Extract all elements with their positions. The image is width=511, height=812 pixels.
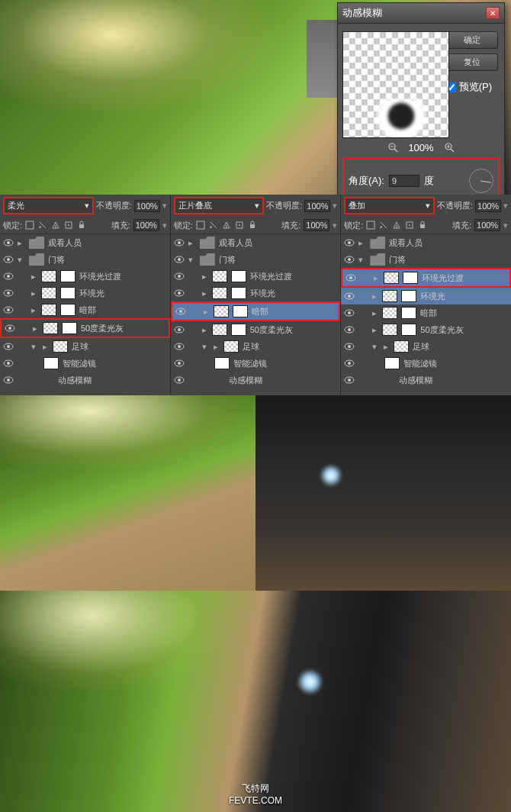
layer-row[interactable]: ▸观看人员 xyxy=(341,234,511,251)
layer-row[interactable]: ▸环境光 xyxy=(0,285,170,301)
close-icon[interactable]: ✕ xyxy=(486,7,500,19)
preview-checkbox-row[interactable]: 预览(P) xyxy=(446,80,492,94)
chevron-icon[interactable]: ▾ xyxy=(188,255,196,265)
layer-row[interactable]: 智能滤镜 xyxy=(341,355,511,372)
chevron-icon[interactable]: ▾ xyxy=(372,342,380,352)
layer-row[interactable]: ▸环境光过渡 xyxy=(341,268,511,288)
visibility-icon[interactable] xyxy=(3,341,14,352)
mask-thumb xyxy=(231,270,246,282)
layer-row[interactable]: ▸环境光过渡 xyxy=(171,268,341,285)
layer-row[interactable]: ▾门将 xyxy=(341,251,511,268)
ok-button[interactable]: 确定 xyxy=(446,31,498,49)
visibility-icon[interactable] xyxy=(3,358,14,369)
chevron-icon[interactable]: ▾ xyxy=(18,255,25,265)
svg-point-56 xyxy=(348,241,351,244)
layer-row[interactable]: 智能滤镜 xyxy=(0,355,170,372)
angle-dial[interactable] xyxy=(469,169,493,193)
visibility-icon[interactable] xyxy=(3,254,14,265)
visibility-icon[interactable] xyxy=(345,272,356,283)
layer-row[interactable]: ▸50度柔光灰 xyxy=(171,321,341,338)
chevron-icon[interactable]: ▸ xyxy=(18,238,25,248)
visibility-icon[interactable] xyxy=(3,271,14,282)
layer-row[interactable]: ▸环境光 xyxy=(171,285,341,301)
layer-row[interactable]: ▸环境光 xyxy=(341,288,511,304)
angle-label: 角度(A): xyxy=(349,174,384,188)
layer-row[interactable]: ▸暗部 xyxy=(341,304,511,321)
chevron-icon[interactable]: ▸ xyxy=(188,238,196,248)
visibility-icon[interactable] xyxy=(174,341,185,352)
layer-name: 环境光 xyxy=(420,291,508,302)
layer-row[interactable]: ▸环境光过渡 xyxy=(0,268,170,285)
layer-name: 环境光过渡 xyxy=(250,271,338,282)
layer-thumb xyxy=(212,287,227,299)
visibility-icon[interactable] xyxy=(3,375,14,385)
visibility-icon[interactable] xyxy=(3,304,14,315)
svg-point-44 xyxy=(178,328,181,331)
visibility-icon[interactable] xyxy=(344,254,355,265)
layer-row[interactable]: ▾▸足球 xyxy=(171,338,341,355)
layer-name: 观看人员 xyxy=(219,237,338,249)
opacity-input[interactable] xyxy=(475,200,501,212)
layer-row[interactable]: ▸观看人员 xyxy=(171,234,341,251)
chevron-icon[interactable]: ▾ xyxy=(31,342,39,352)
dialog-titlebar[interactable]: 动感模糊 ✕ xyxy=(338,3,504,24)
layer-row[interactable]: 智能滤镜 xyxy=(171,355,341,372)
visibility-icon[interactable] xyxy=(344,341,355,352)
reset-button[interactable]: 复位 xyxy=(446,53,498,71)
visibility-icon[interactable] xyxy=(344,375,355,385)
chevron-icon[interactable]: ▾ xyxy=(202,342,210,352)
visibility-icon[interactable] xyxy=(174,375,185,385)
zoom-in-icon[interactable] xyxy=(443,141,455,153)
layer-row[interactable]: 动感模糊 xyxy=(171,372,341,388)
layer-row[interactable]: ▸观看人员 xyxy=(0,234,170,251)
layer-row[interactable]: 动感模糊 xyxy=(0,372,170,388)
fill-input[interactable] xyxy=(304,219,329,231)
layer-row[interactable]: ▾门将 xyxy=(0,251,170,268)
blend-mode-select[interactable]: 柔光▾ xyxy=(3,197,94,214)
visibility-icon[interactable] xyxy=(174,237,185,248)
mask-thumb xyxy=(401,290,416,302)
layer-row[interactable]: ▸50度柔光灰 xyxy=(341,321,511,338)
layer-thumb xyxy=(212,270,227,282)
svg-point-42 xyxy=(179,310,182,313)
opacity-input[interactable] xyxy=(134,200,160,212)
layer-row[interactable]: ▾▸足球 xyxy=(0,338,170,355)
visibility-icon[interactable] xyxy=(3,237,14,248)
lock-icons[interactable] xyxy=(25,221,86,230)
zoom-out-icon[interactable] xyxy=(387,141,399,153)
visibility-icon[interactable] xyxy=(3,288,14,298)
visibility-icon[interactable] xyxy=(344,291,355,301)
blur-preview[interactable] xyxy=(342,31,449,138)
link-icon: ▸ xyxy=(372,292,378,301)
lock-icons[interactable] xyxy=(366,221,427,230)
angle-input[interactable] xyxy=(389,175,419,187)
layer-row[interactable]: ▸暗部 xyxy=(0,301,170,318)
fill-input[interactable] xyxy=(474,219,500,231)
layer-row[interactable]: ▾▸足球 xyxy=(341,338,511,355)
visibility-icon[interactable] xyxy=(174,254,185,265)
visibility-icon[interactable] xyxy=(175,306,186,317)
visibility-icon[interactable] xyxy=(344,237,355,248)
svg-point-18 xyxy=(7,292,10,295)
visibility-icon[interactable] xyxy=(5,323,15,334)
blend-mode-select[interactable]: 正片叠底▾ xyxy=(174,197,265,214)
fill-input[interactable] xyxy=(133,219,159,231)
chevron-icon[interactable]: ▸ xyxy=(358,238,366,248)
layer-row[interactable]: 动感模糊 xyxy=(341,372,511,388)
layer-row[interactable]: ▾门将 xyxy=(171,251,341,268)
layer-row[interactable]: ▸50度柔光灰 xyxy=(0,318,170,338)
lock-icons[interactable] xyxy=(196,221,257,230)
visibility-icon[interactable] xyxy=(174,271,185,282)
visibility-icon[interactable] xyxy=(344,324,355,335)
visibility-icon[interactable] xyxy=(174,288,185,298)
layer-thumb xyxy=(41,304,56,316)
visibility-icon[interactable] xyxy=(174,358,185,369)
visibility-icon[interactable] xyxy=(344,358,355,369)
layer-row[interactable]: ▸暗部 xyxy=(171,301,341,321)
blend-mode-select[interactable]: 叠加▾ xyxy=(344,197,435,214)
visibility-icon[interactable] xyxy=(174,324,185,335)
chevron-icon[interactable]: ▾ xyxy=(358,255,366,265)
visibility-icon[interactable] xyxy=(344,308,355,318)
layer-name: 环境光过渡 xyxy=(422,272,506,284)
opacity-input[interactable] xyxy=(304,200,330,212)
